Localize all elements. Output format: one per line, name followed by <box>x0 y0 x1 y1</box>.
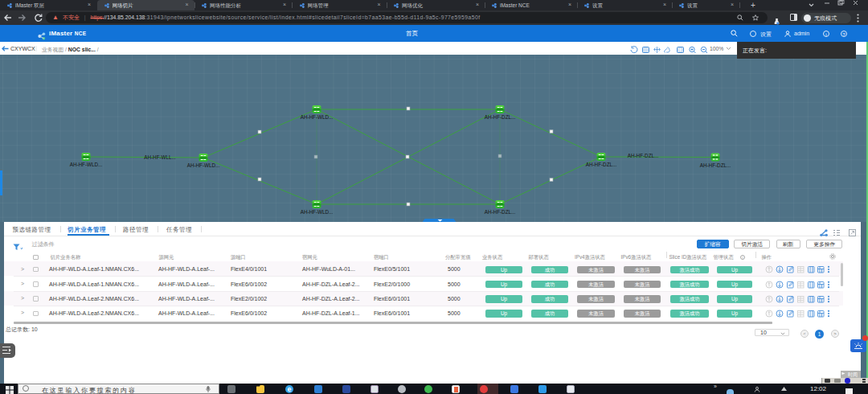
svg-text:AH-HF-DZL...: AH-HF-DZL... <box>485 209 516 215</box>
svg-text:AH-HF-DZL...: AH-HF-DZL... <box>628 153 659 158</box>
svg-text:AH-HF-DZL...: AH-HF-DZL... <box>700 162 731 168</box>
svg-text:AH-HF-WLD...: AH-HF-WLD... <box>187 162 220 168</box>
svg-text:AH-HF-WLD...: AH-HF-WLD... <box>301 209 334 215</box>
svg-text:AH-HF-DZL...: AH-HF-DZL... <box>485 114 516 120</box>
svg-text:AH-HF-WLD...: AH-HF-WLD... <box>301 114 334 120</box>
svg-text:AH-HF-WLD...: AH-HF-WLD... <box>70 162 103 167</box>
svg-text:AH-HF-WLL...: AH-HF-WLL... <box>144 154 176 160</box>
svg-text:AH-HF-DZL...: AH-HF-DZL... <box>586 162 617 167</box>
